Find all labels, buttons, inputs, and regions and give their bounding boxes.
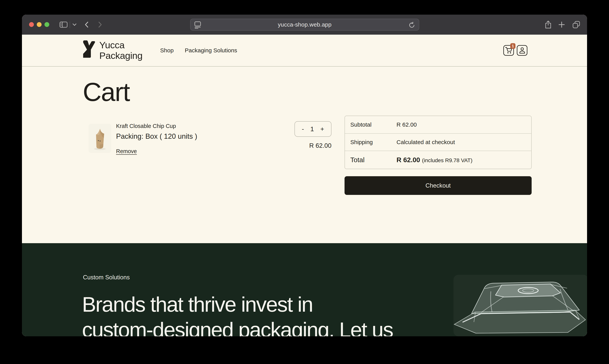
cart-item-info: Kraft Closable Chip Cup Packing: Box ( 1… [116, 123, 197, 155]
subtotal-label: Subtotal [350, 121, 397, 128]
sidebar-toggle-icon[interactable] [59, 15, 68, 35]
share-icon[interactable] [544, 15, 552, 35]
new-tab-icon[interactable] [557, 15, 566, 35]
cart-page: Cart Kraft Closable Chip Cup Packing: Bo… [22, 66, 587, 243]
quantity-increase-button[interactable]: + [320, 125, 324, 133]
footer-section: Custom Solutions Brands that thrive inve… [22, 243, 587, 336]
footer-headline: Brands that thrive invest in custom-desi… [82, 292, 393, 336]
product-thumbnail[interactable] [89, 124, 111, 153]
order-summary: Subtotal R 62.00 Shipping Calculated at … [344, 116, 532, 169]
checkout-button[interactable]: Checkout [344, 176, 532, 195]
total-amount: R 62.00 [397, 156, 420, 164]
shipping-label: Shipping [350, 139, 397, 145]
product-name[interactable]: Kraft Closable Chip Cup [116, 123, 197, 129]
summary-row-subtotal: Subtotal R 62.00 [345, 116, 531, 133]
summary-row-shipping: Shipping Calculated at checkout [345, 133, 531, 151]
minimize-window-button[interactable] [37, 22, 41, 27]
nav-item-shop[interactable]: Shop [160, 47, 174, 54]
yucca-logo-mark-icon [83, 40, 95, 60]
logo[interactable]: Yucca Packaging [83, 40, 142, 61]
browser-titlebar: yucca-shop.web.app [22, 15, 587, 35]
url-text: yucca-shop.web.app [278, 21, 332, 28]
item-price: R 62.00 [294, 142, 331, 149]
product-packing: Packing: Box ( 120 units ) [116, 132, 197, 141]
header-buttons: 1 [503, 45, 527, 56]
forward-button[interactable] [97, 15, 104, 35]
reload-icon[interactable] [409, 22, 415, 28]
cart-button[interactable]: 1 [503, 45, 514, 56]
page-settings-icon[interactable] [194, 21, 201, 29]
clamshell-packaging-image [452, 274, 587, 336]
shipping-value: Calculated at checkout [397, 139, 455, 145]
browser-window: yucca-shop.web.app [22, 15, 587, 336]
total-value: R 62.00(includes R9.78 VAT) [397, 156, 473, 164]
total-label: Total [350, 156, 397, 164]
site-header: Yucca Packaging Shop Packaging Solutions… [22, 35, 587, 66]
close-window-button[interactable] [29, 22, 34, 27]
footer-eyebrow: Custom Solutions [83, 274, 130, 281]
nav-item-packaging-solutions[interactable]: Packaging Solutions [185, 47, 237, 54]
quantity-decrease-button[interactable]: - [302, 125, 304, 133]
cart-count-badge: 1 [510, 43, 516, 49]
summary-row-total: Total R 62.00(includes R9.78 VAT) [345, 151, 531, 169]
back-button[interactable] [83, 15, 90, 35]
tab-overview-icon[interactable] [572, 15, 581, 35]
zoom-window-button[interactable] [44, 22, 49, 27]
quantity-value: 1 [310, 125, 314, 133]
account-button[interactable] [517, 45, 527, 56]
chevron-down-icon[interactable] [72, 15, 77, 35]
vat-note: (includes R9.78 VAT) [422, 157, 473, 163]
remove-item-link[interactable]: Remove [116, 148, 137, 154]
footer-headline-line2: custom-designed packaging. Let us [82, 317, 393, 336]
subtotal-value: R 62.00 [397, 121, 417, 128]
quantity-stepper: - 1 + [294, 121, 331, 137]
desktop: yucca-shop.web.app [0, 0, 609, 364]
page-title: Cart [83, 77, 130, 107]
main-nav: Shop Packaging Solutions [160, 35, 237, 66]
footer-headline-line1: Brands that thrive invest in [82, 292, 393, 317]
chip-cup-image [91, 126, 109, 151]
logo-text: Yucca Packaging [99, 40, 142, 61]
person-icon [519, 47, 526, 54]
toolbar-divider [70, 22, 70, 28]
address-bar[interactable]: yucca-shop.web.app [190, 19, 419, 31]
